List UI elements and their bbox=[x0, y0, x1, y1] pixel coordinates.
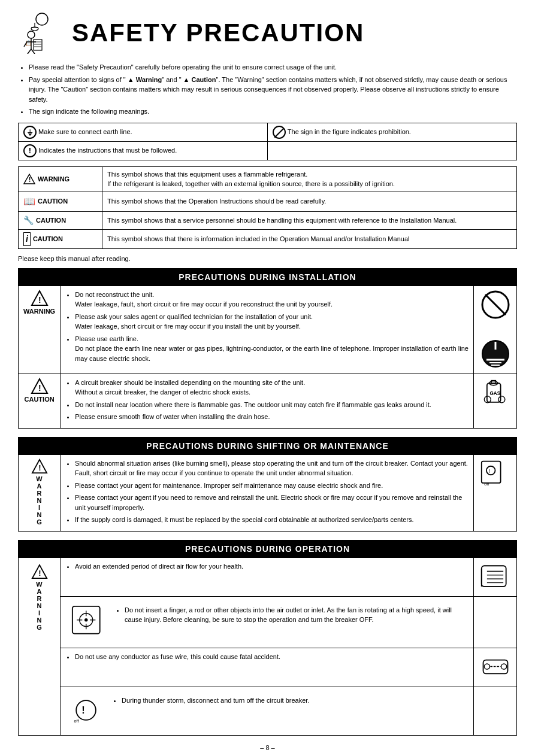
intro-bullet-3: The sign indicate the following meanings… bbox=[29, 107, 517, 117]
maintenance-content: Should abnormal situation arises (like b… bbox=[61, 454, 474, 531]
circuit-breaker-icon: ! off bbox=[479, 459, 512, 488]
sign-prohibit-label: The sign in the figure indicates prohibi… bbox=[288, 127, 411, 135]
maintenance-icons: ! off bbox=[474, 454, 517, 531]
operation-header: PRECAUTIONS DURING OPERATION bbox=[19, 540, 517, 557]
caution-item-3: Please ensure smooth flow of water when … bbox=[75, 412, 468, 422]
op-icon-4 bbox=[474, 687, 517, 735]
svg-text:!: ! bbox=[38, 383, 41, 393]
operation-warning-label: ! WARNING bbox=[19, 557, 61, 735]
svg-text:!: ! bbox=[489, 467, 491, 473]
maint-item-3: Please contact your agent if you need to… bbox=[75, 493, 468, 512]
symbol-table: ! WARNING This symbol shows that this eq… bbox=[18, 166, 517, 249]
caution-info-label: i CAUTION bbox=[23, 232, 97, 246]
operation-section: PRECAUTIONS DURING OPERATION ! WARNING A… bbox=[18, 540, 517, 736]
svg-text:!: ! bbox=[38, 463, 41, 472]
op-icon-1 bbox=[474, 557, 517, 596]
svg-point-0 bbox=[36, 13, 48, 25]
maintenance-warning-label: ! WARNING bbox=[19, 454, 61, 531]
signs-table: ⏚ Make sure to connect earth line. The s… bbox=[18, 123, 517, 160]
prohibition-icon bbox=[273, 126, 286, 139]
warning-symbol-text: This symbol shows that this equipment us… bbox=[102, 166, 517, 192]
sign-earth-label: Make sure to connect earth line. bbox=[38, 127, 132, 135]
sign-instruction-label: Indicates the instructions that must be … bbox=[38, 146, 177, 153]
caution-info-text: This symbol shows that there is informat… bbox=[102, 229, 517, 248]
maintenance-section: PRECAUTIONS DURING SHIFTING OR MAINTENAN… bbox=[18, 437, 517, 532]
svg-text:!: ! bbox=[38, 295, 41, 305]
installation-warning-label: ! WARNING bbox=[19, 286, 61, 374]
instruction-icon: ! bbox=[23, 144, 37, 157]
maintenance-header: PRECAUTIONS DURING SHIFTING OR MAINTENAN… bbox=[19, 437, 517, 454]
op-item-1: Avoid an extended period of direct air f… bbox=[61, 557, 474, 596]
warning-item-1: Do not reconstruct the unit.Water leakag… bbox=[75, 290, 468, 309]
caution-wrench-text: This symbol shows that a service personn… bbox=[102, 211, 517, 229]
earth-symbol-icon bbox=[480, 339, 510, 369]
installation-caution-content: A circuit breaker should be installed de… bbox=[61, 374, 474, 428]
svg-point-57 bbox=[484, 664, 489, 669]
op-icon-3 bbox=[474, 648, 517, 687]
keep-manual-note: Please keep this manual after reading. bbox=[18, 255, 517, 262]
page-title: SAFETY PRECAUTION bbox=[72, 19, 364, 47]
installation-caution-icons: GAS bbox=[474, 374, 517, 428]
thunder-icon: ! off bbox=[71, 696, 101, 725]
page-number: – 8 – bbox=[18, 744, 517, 751]
caution-wrench-label: 🔧 CAUTION bbox=[23, 214, 97, 227]
svg-text:!: ! bbox=[81, 705, 84, 715]
caution-item-1: A circuit breaker should be installed de… bbox=[75, 378, 468, 397]
maint-item-4: If the supply cord is damaged, it must b… bbox=[75, 515, 468, 525]
prohibit-icon bbox=[480, 290, 510, 320]
caution-text: CAUTION bbox=[23, 396, 55, 403]
warning-item-3: Please use earth line.Do not place the e… bbox=[75, 334, 468, 364]
installation-section: PRECAUTIONS DURING INSTALLATION ! WARNIN… bbox=[18, 268, 517, 429]
gas-canister-icon: GAS bbox=[479, 378, 512, 408]
svg-point-58 bbox=[501, 664, 506, 669]
page-header: 📋 SAFETY PRECAUTION bbox=[18, 12, 517, 54]
svg-point-50 bbox=[84, 618, 88, 622]
svg-rect-36 bbox=[482, 461, 501, 482]
installation-caution-label: ! CAUTION bbox=[19, 374, 61, 428]
maint-item-1: Should abnormal situation arises (like b… bbox=[75, 459, 468, 478]
op-icon-2 bbox=[474, 596, 517, 648]
warning-item-2: Please ask your sales agent or qualified… bbox=[75, 312, 468, 332]
svg-rect-10 bbox=[34, 40, 42, 50]
svg-rect-42 bbox=[482, 566, 506, 587]
intro-section: Please read the "Safety Precaution" care… bbox=[18, 62, 517, 117]
earth-sign-icon: ⏚ bbox=[23, 126, 37, 139]
safety-person-icon: 📋 bbox=[18, 12, 66, 54]
op-item-4: ! off During thunder storm, disconnect a… bbox=[61, 687, 474, 735]
svg-text:off: off bbox=[74, 718, 80, 724]
fan-icon bbox=[71, 605, 104, 638]
svg-text:off: off bbox=[484, 481, 489, 487]
caution-item-2: Do not install near location where there… bbox=[75, 400, 468, 410]
installation-warning-content: Do not reconstruct the unit.Water leakag… bbox=[61, 286, 474, 374]
op-item-2: Do not insert a finger, a rod or other o… bbox=[61, 596, 474, 648]
svg-point-5 bbox=[28, 31, 35, 38]
airflow-icon bbox=[479, 561, 512, 591]
svg-line-20 bbox=[485, 294, 506, 315]
maint-item-2: Please contact your agent for maintenanc… bbox=[75, 481, 468, 491]
svg-text:GAS: GAS bbox=[489, 391, 500, 396]
fuse-icon bbox=[480, 652, 510, 682]
warning-symbol-label: ! WARNING bbox=[23, 174, 97, 184]
svg-text:!: ! bbox=[38, 569, 41, 578]
installation-warning-icons bbox=[474, 286, 517, 374]
installation-header: PRECAUTIONS DURING INSTALLATION bbox=[19, 268, 517, 286]
svg-point-59 bbox=[76, 700, 96, 720]
svg-point-37 bbox=[486, 466, 495, 475]
svg-line-8 bbox=[28, 49, 31, 54]
svg-point-32 bbox=[498, 396, 505, 402]
op-item-3: Do not use any conductor as fuse wire, t… bbox=[61, 648, 474, 687]
svg-text:!: ! bbox=[29, 177, 31, 183]
caution-book-label: 📖 CAUTION bbox=[23, 195, 97, 209]
intro-bullet-2: Pay special attention to signs of " ▲ Wa… bbox=[29, 75, 517, 105]
intro-bullet-1: Please read the "Safety Precaution" care… bbox=[29, 62, 517, 72]
svg-line-9 bbox=[31, 49, 35, 54]
caution-book-text: This symbol shows that the Operation Ins… bbox=[102, 192, 517, 211]
